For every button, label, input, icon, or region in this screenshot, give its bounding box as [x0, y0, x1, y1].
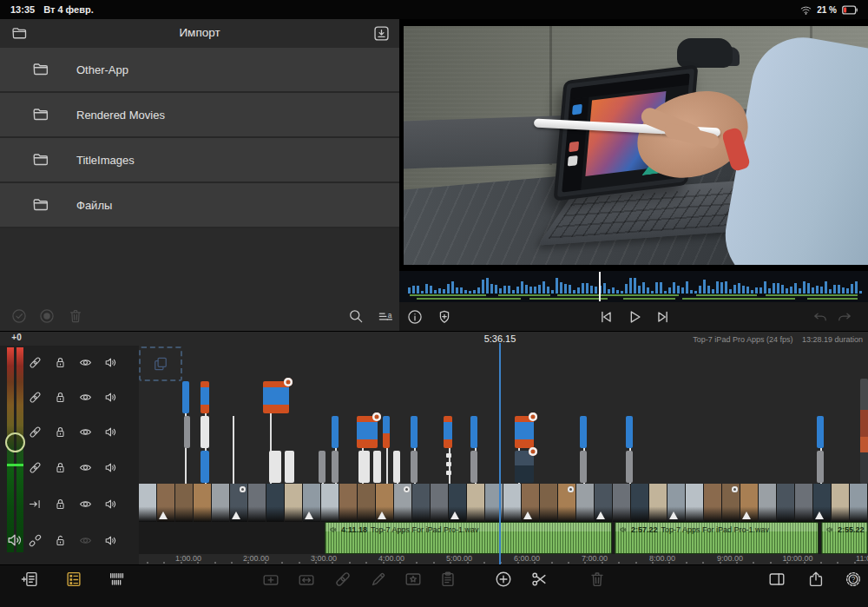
select-check-icon[interactable] [10, 307, 28, 325]
timeline-clip[interactable] [445, 451, 452, 483]
track-unlock-icon[interactable] [53, 533, 68, 548]
video-thumbnail[interactable] [503, 484, 522, 522]
track-mute-icon[interactable] [103, 497, 118, 511]
marker-icon[interactable] [436, 308, 453, 326]
video-thumbnail[interactable] [558, 484, 576, 522]
timeline-clip[interactable] [201, 451, 209, 483]
info-icon[interactable] [406, 308, 424, 326]
video-thumbnail[interactable] [285, 484, 303, 522]
track-visibility-icon[interactable] [78, 355, 93, 370]
gain-knob[interactable] [5, 432, 25, 452]
track-link-icon[interactable] [28, 355, 43, 370]
timeline-clip[interactable] [319, 451, 326, 483]
audio-level-meter[interactable] [7, 347, 23, 552]
timeline-clip[interactable] [626, 451, 633, 483]
library-icon[interactable] [64, 570, 83, 589]
add-project-icon[interactable] [21, 570, 40, 589]
effects-icon[interactable] [404, 570, 423, 589]
timeline-clip[interactable] [332, 416, 339, 448]
record-icon[interactable] [38, 307, 56, 325]
folder-row[interactable]: Файлы [0, 183, 399, 228]
play-button[interactable] [625, 307, 644, 327]
video-thumbnail[interactable] [813, 484, 832, 522]
timeline-clip[interactable] [860, 379, 868, 484]
video-thumbnail[interactable] [157, 484, 175, 522]
timeline-clip[interactable] [373, 451, 381, 483]
timeline-clip[interactable] [580, 451, 587, 483]
insert-clip-icon[interactable] [261, 570, 280, 589]
timeline-clip[interactable] [269, 451, 281, 483]
video-thumbnail[interactable] [139, 484, 157, 522]
video-thumbnail[interactable] [795, 484, 813, 522]
video-thumbnail[interactable] [248, 484, 266, 522]
timeline-clip[interactable] [383, 416, 390, 448]
video-thumbnail[interactable] [303, 484, 321, 522]
delete-clip-icon[interactable] [588, 570, 607, 589]
track-lock-icon[interactable] [53, 355, 68, 370]
video-thumbnail[interactable] [339, 484, 358, 522]
track-insert-mode-icon[interactable] [28, 497, 43, 511]
video-thumbnail[interactable] [358, 484, 376, 522]
track-lock-icon[interactable] [53, 460, 68, 475]
master-audio-icon[interactable] [5, 531, 24, 550]
video-thumbnail[interactable] [431, 484, 449, 522]
clipboard-icon[interactable] [438, 570, 457, 589]
timeline-clip[interactable] [817, 416, 824, 448]
track-link-icon[interactable] [28, 390, 43, 405]
track-visibility-icon[interactable] [78, 425, 93, 439]
edit-clip-icon[interactable] [369, 570, 388, 589]
track-link-icon[interactable] [28, 425, 43, 439]
timeline-clip[interactable] [515, 416, 534, 448]
sort-by-name-icon[interactable]: a [377, 307, 394, 325]
video-thumbnail[interactable] [230, 484, 248, 522]
timeline-clip[interactable] [357, 416, 378, 448]
timeline-clip[interactable] [393, 451, 400, 483]
video-preview[interactable] [399, 19, 868, 271]
timeline-clip[interactable] [332, 451, 339, 483]
audio-clip[interactable]: 2:55.22Top-7 Apps For iPad Pro-1.wav [821, 522, 868, 554]
undo-icon[interactable] [812, 308, 829, 326]
track-lock-icon[interactable] [53, 497, 68, 511]
video-thumbnail[interactable] [212, 484, 230, 522]
video-thumbnail[interactable] [613, 484, 631, 522]
timeline-clip[interactable] [626, 416, 633, 448]
timeline-clip[interactable] [470, 451, 477, 483]
video-thumbnail[interactable] [321, 484, 339, 522]
track-visibility-icon[interactable] [78, 533, 93, 548]
timeline-clip[interactable] [285, 451, 294, 483]
track-visibility-icon[interactable] [78, 497, 93, 511]
timeline-clip[interactable] [201, 416, 209, 448]
video-thumbnail[interactable] [394, 484, 412, 522]
timeline-playhead[interactable] [499, 346, 501, 565]
video-thumbnail[interactable] [686, 484, 704, 522]
folder-row[interactable]: TitleImages [0, 138, 399, 183]
track-mute-icon[interactable] [103, 390, 118, 405]
overwrite-clip-icon[interactable] [297, 570, 316, 589]
track-mute-icon[interactable] [103, 355, 118, 370]
folder-row[interactable]: Rendered Movies [0, 93, 399, 138]
timeline-clip[interactable] [470, 416, 477, 448]
timeline-clip[interactable] [580, 416, 587, 448]
video-thumbnail[interactable] [595, 484, 613, 522]
video-thumbnail[interactable] [522, 484, 540, 522]
video-thumbnail[interactable] [175, 484, 194, 522]
split-clip-icon[interactable] [529, 570, 549, 589]
timeline-clip[interactable] [184, 416, 190, 448]
timeline-clip[interactable] [411, 451, 418, 483]
help-icon[interactable]: ? [844, 570, 863, 589]
timeline-clip[interactable] [358, 451, 370, 483]
skip-back-button[interactable] [596, 307, 615, 327]
timeline-clip[interactable] [182, 381, 189, 413]
track-mute-icon[interactable] [103, 533, 118, 548]
track-mute-icon[interactable] [103, 460, 118, 475]
add-clip-icon[interactable] [494, 570, 513, 589]
video-thumbnail[interactable] [266, 484, 285, 522]
video-thumbnail[interactable] [649, 484, 667, 522]
video-thumbnail[interactable] [467, 484, 485, 522]
audio-clip[interactable]: 4:11.18Top-7 Apps For iPad Pro-1.wav [325, 522, 612, 554]
trash-icon[interactable] [67, 307, 84, 325]
video-thumbnail[interactable] [194, 484, 212, 522]
main-video-track[interactable] [139, 484, 868, 522]
video-thumbnail[interactable] [376, 484, 394, 522]
video-thumbnail[interactable] [667, 484, 686, 522]
